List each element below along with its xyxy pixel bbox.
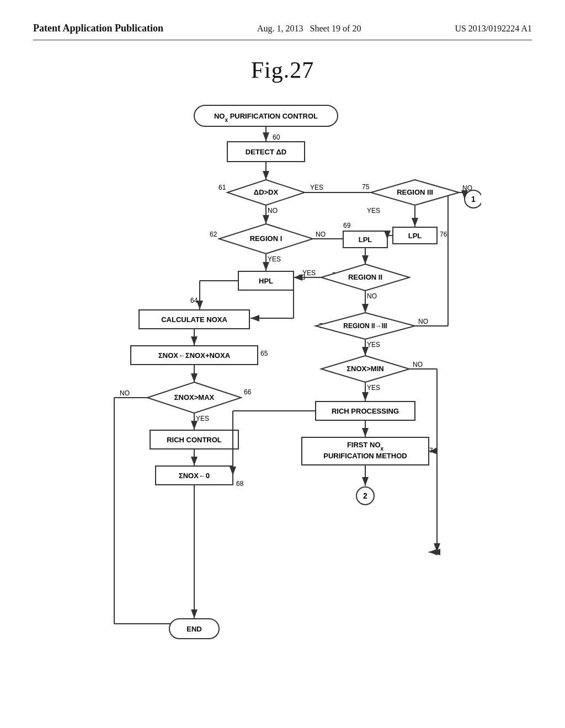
figure-title: Fig.27 — [33, 57, 532, 83]
label-65: 65 — [260, 350, 268, 357]
publication-label: Patent Application Publication — [33, 22, 163, 35]
cond-61: ΔD>DX — [254, 188, 279, 196]
cond-70: REGION II — [348, 273, 382, 281]
no-66: NO — [120, 389, 130, 397]
calc-noxa-node: CALCULATE NOXA — [161, 315, 227, 324]
label-75: 75 — [362, 183, 370, 191]
cond-72: ΣNOX>MIN — [347, 365, 383, 373]
cond-75: REGION III — [397, 188, 433, 196]
circle-2: 2 — [363, 491, 367, 500]
lpl-69-node: LPL — [359, 235, 372, 244]
circle-1: 1 — [471, 195, 476, 204]
page-header: Patent Application Publication Aug. 1, 2… — [33, 22, 532, 40]
date: Aug. 1, 2013 — [257, 24, 303, 33]
yes-71: YES — [367, 341, 380, 349]
sigma-zero-node: ΣNOX←0 — [179, 472, 210, 480]
label-61: 61 — [218, 184, 226, 191]
label-64: 64 — [190, 297, 198, 304]
no-71: NO — [418, 318, 428, 325]
yes-61: YES — [310, 184, 323, 191]
first-nox-node2: PURIFICATION METHOD — [323, 452, 407, 460]
yes-62: YES — [268, 255, 281, 263]
date-sheet: Aug. 1, 2013 Sheet 19 of 20 — [257, 22, 361, 35]
label-69: 69 — [343, 222, 351, 229]
label-68: 68 — [236, 480, 244, 488]
flowchart-svg: NOx PURIFICATION CONTROL 60 DETECT ΔD ΔD… — [84, 100, 481, 679]
label-76: 76 — [440, 231, 447, 238]
yes-70: YES — [302, 269, 316, 277]
label-60: 60 — [273, 133, 280, 141]
cond-71: REGION II→III — [343, 322, 387, 330]
cond-62: REGION I — [250, 234, 282, 243]
label-66: 66 — [244, 388, 252, 396]
page: Patent Application Publication Aug. 1, 2… — [0, 0, 565, 728]
lpl-76-node: LPL — [408, 232, 422, 240]
label-62: 62 — [210, 231, 217, 238]
rich-control-node: RICH CONTROL — [167, 436, 222, 444]
cond-66: ΣNOX>MAX — [174, 393, 215, 402]
sheet: Sheet 19 of 20 — [310, 24, 361, 33]
no-62: NO — [316, 231, 326, 238]
patent-number: US 2013/0192224 A1 — [455, 22, 532, 35]
sigma-node: ΣNOX←ΣNOX+NOXA — [158, 351, 231, 360]
no-70: NO — [367, 292, 377, 300]
no-61: NO — [268, 207, 278, 215]
yes-72: YES — [367, 384, 380, 392]
yes-75: YES — [367, 207, 380, 215]
rich-processing-node: RICH PROCESSING — [332, 407, 399, 415]
end-node: END — [186, 625, 201, 633]
detect-node: DETECT ΔD — [246, 148, 286, 156]
no-72: NO — [413, 361, 423, 368]
yes-66: YES — [196, 415, 209, 422]
hpl-node: HPL — [259, 277, 273, 285]
